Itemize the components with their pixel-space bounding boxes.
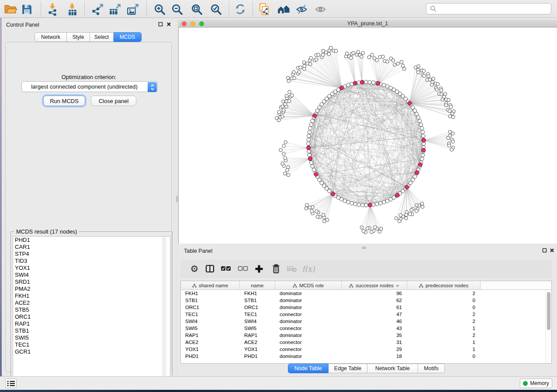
network-node[interactable] <box>307 142 310 145</box>
mcds-result-item[interactable]: ORC1 <box>13 313 170 320</box>
network-node[interactable] <box>421 153 424 157</box>
table-cell[interactable]: FKH1 <box>240 291 275 296</box>
table-cell[interactable]: 0 <box>407 305 481 310</box>
float-panel-icon[interactable] <box>541 247 547 253</box>
table-cell[interactable]: 31 <box>342 340 407 345</box>
table-cell[interactable]: 2 <box>407 333 481 338</box>
leaf-node[interactable] <box>451 132 455 135</box>
leaf-node[interactable] <box>304 207 308 210</box>
leaf-node[interactable] <box>316 215 319 219</box>
table-cell[interactable]: ACE2 <box>240 340 275 345</box>
export-table-icon[interactable] <box>107 3 122 16</box>
table-cell[interactable]: 29 <box>342 347 407 352</box>
leaf-node[interactable] <box>286 76 290 79</box>
leaf-node[interactable] <box>400 60 403 64</box>
network-node[interactable] <box>385 199 389 203</box>
leaf-node[interactable] <box>345 52 349 55</box>
table-cell[interactable]: 43 <box>342 326 407 331</box>
leaf-node[interactable] <box>349 56 353 60</box>
mcds-result-item[interactable]: CAR1 <box>13 244 170 251</box>
table-cell[interactable]: connector <box>275 312 342 317</box>
leaf-node[interactable] <box>441 98 444 101</box>
leaf-node[interactable] <box>417 71 420 74</box>
network-node[interactable] <box>416 116 420 119</box>
table-settings-icon[interactable]: ⚙ <box>188 263 201 275</box>
table-cell[interactable]: PHD1 <box>181 354 240 359</box>
leaf-node[interactable] <box>450 148 453 151</box>
leaf-node[interactable] <box>439 89 443 92</box>
select-all-icon[interactable] <box>219 263 232 275</box>
share-network-icon[interactable] <box>257 3 272 16</box>
mcds-result-item[interactable]: SWI5 <box>13 334 170 341</box>
table-cell[interactable]: dominator <box>275 319 342 324</box>
table-cell[interactable]: ACE2 <box>181 340 240 345</box>
mcds-result-item[interactable]: PMA2 <box>13 285 170 292</box>
leaf-node[interactable] <box>287 165 290 169</box>
mcds-node[interactable] <box>408 101 412 105</box>
leaf-node[interactable] <box>284 141 287 144</box>
splitter-handle-icon[interactable] <box>176 196 178 202</box>
leaf-node[interactable] <box>432 77 435 80</box>
network-node[interactable] <box>307 138 310 141</box>
leaf-node[interactable] <box>282 109 286 112</box>
network-node[interactable] <box>382 83 386 87</box>
network-node[interactable] <box>420 127 424 130</box>
table-cell[interactable]: PHD1 <box>240 354 275 359</box>
mcds-node[interactable] <box>422 148 426 152</box>
leaf-node[interactable] <box>315 210 318 213</box>
table-cell[interactable]: RAP1 <box>181 333 240 338</box>
tab-network-table[interactable]: Network Table <box>367 364 418 373</box>
panel-resize-handle-icon[interactable] <box>362 247 366 249</box>
leaf-node[interactable] <box>402 67 406 71</box>
leaf-node[interactable] <box>374 226 377 229</box>
network-node[interactable] <box>308 130 311 134</box>
leaf-node[interactable] <box>421 205 424 209</box>
leaf-node[interactable] <box>308 206 311 210</box>
leaf-node[interactable] <box>362 229 365 233</box>
table-cell[interactable]: SWI4 <box>181 319 240 324</box>
tab-style[interactable]: Style <box>67 32 90 42</box>
leaf-node[interactable] <box>281 100 285 103</box>
network-node[interactable] <box>375 202 379 206</box>
table-cell[interactable]: dominator <box>275 305 342 310</box>
network-node[interactable] <box>419 123 422 126</box>
leaf-node[interactable] <box>282 152 286 155</box>
table-row[interactable]: RAP1RAP1dominator352 <box>181 332 551 339</box>
network-node[interactable] <box>346 200 350 204</box>
zoom-fit-icon[interactable] <box>189 3 204 16</box>
mcds-node[interactable] <box>415 171 419 175</box>
mcds-node[interactable] <box>368 203 372 207</box>
leaf-node[interactable] <box>284 156 287 160</box>
mcds-result-item[interactable]: ACE2 <box>13 299 170 306</box>
close-panel-icon[interactable] <box>549 247 555 253</box>
table-cell[interactable]: dominator <box>275 333 342 338</box>
scrollbar-thumb[interactable] <box>547 292 550 330</box>
table-row[interactable]: PHD1PHD1dominator180 <box>181 353 551 360</box>
leaf-node[interactable] <box>447 144 451 148</box>
leaf-node[interactable] <box>329 46 332 50</box>
table-cell[interactable]: dominator <box>275 354 342 359</box>
tab-mcds[interactable]: MCDS <box>114 32 142 42</box>
table-row[interactable]: SWI4SWI4dominator462 <box>181 318 551 325</box>
leaf-node[interactable] <box>381 55 385 58</box>
leaf-node[interactable] <box>420 202 424 206</box>
table-cell[interactable]: 62 <box>342 298 407 303</box>
mcds-node[interactable] <box>307 146 311 150</box>
leaf-node[interactable] <box>450 105 453 109</box>
leaf-node[interactable] <box>279 148 283 152</box>
network-node[interactable] <box>311 119 314 123</box>
leaf-node[interactable] <box>427 75 430 78</box>
node-table[interactable]: shared namenameMCDS rolesuccessor nodesp… <box>180 281 552 364</box>
table-cell[interactable]: 2 <box>407 319 481 324</box>
leaf-node[interactable] <box>398 220 401 223</box>
leaf-node[interactable] <box>378 230 381 234</box>
show-columns-icon[interactable] <box>204 263 217 275</box>
mcds-node[interactable] <box>308 157 312 161</box>
leaf-node[interactable] <box>415 210 419 213</box>
hide-selected-icon[interactable] <box>294 3 309 16</box>
table-cell[interactable]: SWI4 <box>240 319 275 324</box>
leaf-node[interactable] <box>405 213 408 217</box>
table-row[interactable]: ORC1ORC1dominator610 <box>181 304 551 311</box>
leaf-node[interactable] <box>284 172 287 175</box>
leaf-node[interactable] <box>430 83 434 86</box>
